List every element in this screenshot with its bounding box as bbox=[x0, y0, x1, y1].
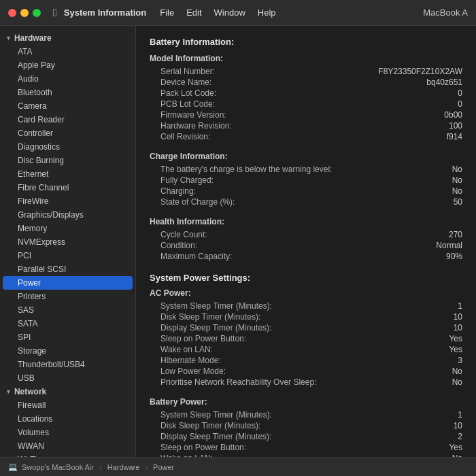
sidebar-item-graphics-displays[interactable]: Graphics/Displays bbox=[0, 208, 135, 222]
row-value: No bbox=[452, 175, 462, 185]
sidebar: ▼ Hardware ATA Apple Pay Audio Bluetooth… bbox=[0, 26, 136, 457]
sidebar-item-ata[interactable]: ATA bbox=[0, 45, 135, 58]
row-value: 0 bbox=[458, 88, 462, 98]
row-value: No bbox=[452, 186, 462, 196]
row-label: Display Sleep Timer (Minutes): bbox=[160, 323, 271, 333]
row-label: Disk Sleep Timer (Minutes): bbox=[160, 421, 260, 430]
ac-group-title: AC Power: bbox=[150, 288, 462, 298]
sidebar-item-bluetooth[interactable]: Bluetooth bbox=[0, 86, 135, 99]
row-value: Normal bbox=[436, 241, 462, 250]
row-label: Device Name: bbox=[160, 78, 211, 87]
row-label: Pack Lot Code: bbox=[160, 88, 216, 98]
model-group: Model Information: Serial Number:F8Y2335… bbox=[150, 54, 462, 142]
sidebar-item-firewall[interactable]: Firewall bbox=[0, 398, 135, 412]
sidebar-item-sata[interactable]: SATA bbox=[0, 317, 135, 330]
charge-group-title: Charge Information: bbox=[150, 152, 462, 161]
row-label: Charging: bbox=[160, 186, 196, 196]
battery-power-group-title: Battery Power: bbox=[150, 397, 462, 407]
row-label: Cell Revision: bbox=[160, 132, 210, 141]
row-value: No bbox=[452, 165, 462, 174]
row-label: Sleep on Power Button: bbox=[160, 334, 246, 343]
row-value: 10 bbox=[454, 312, 462, 322]
row-value: 0b00 bbox=[444, 110, 462, 120]
table-row: Display Sleep Timer (Minutes):2 bbox=[150, 431, 462, 442]
content-area: Battery Information: Model Information: … bbox=[136, 26, 476, 457]
ac-group: AC Power: System Sleep Timer (Minutes):1… bbox=[150, 288, 462, 388]
sidebar-item-apple-pay[interactable]: Apple Pay bbox=[0, 58, 135, 72]
maximize-button[interactable] bbox=[33, 9, 41, 17]
table-row: Condition:Normal bbox=[150, 240, 462, 251]
row-value: Yes bbox=[449, 443, 462, 452]
sidebar-item-power[interactable]: Power bbox=[3, 276, 133, 290]
sidebar-item-spi[interactable]: SPI bbox=[0, 330, 135, 344]
row-value: 90% bbox=[446, 252, 462, 261]
sidebar-item-parallel-scsi[interactable]: Parallel SCSI bbox=[0, 262, 135, 276]
sidebar-item-wifi[interactable]: Wi-Fi bbox=[0, 453, 135, 457]
laptop-icon: 💻 bbox=[8, 462, 18, 471]
sidebar-item-diagnostics[interactable]: Diagnostics bbox=[0, 140, 135, 154]
table-row: Prioritise Network Reachability Over Sle… bbox=[150, 377, 462, 388]
row-label: Hibernate Mode: bbox=[160, 356, 221, 365]
sidebar-item-ethernet[interactable]: Ethernet bbox=[0, 167, 135, 181]
row-label: Prioritise Network Reachability Over Sle… bbox=[160, 377, 316, 387]
table-row: Maximum Capacity:90% bbox=[150, 251, 462, 262]
sidebar-item-locations[interactable]: Locations bbox=[0, 412, 135, 426]
chevron-hardware-icon: ▼ bbox=[5, 35, 12, 41]
breadcrumb-item-3: Power bbox=[153, 463, 174, 471]
sidebar-item-nvmexpress[interactable]: NVMExpress bbox=[0, 235, 135, 249]
row-label: Hardware Revision: bbox=[160, 121, 232, 131]
row-value: No bbox=[452, 454, 462, 457]
charge-group: Charge Information: The battery's charge… bbox=[150, 152, 462, 207]
sidebar-item-volumes[interactable]: Volumes bbox=[0, 426, 135, 439]
breadcrumb-sep-2: › bbox=[145, 463, 148, 471]
row-label: System Sleep Timer (Minutes): bbox=[160, 410, 272, 420]
menu-help[interactable]: Help bbox=[258, 7, 276, 18]
menu-bar: File Edit Window Help bbox=[160, 7, 275, 18]
menu-window[interactable]: Window bbox=[214, 7, 245, 18]
row-label: Fully Charged: bbox=[160, 175, 214, 185]
sidebar-item-memory[interactable]: Memory bbox=[0, 222, 135, 235]
menu-file[interactable]: File bbox=[160, 7, 174, 18]
row-label: PCB Lot Code: bbox=[160, 99, 215, 109]
menu-edit[interactable]: Edit bbox=[186, 7, 201, 18]
sidebar-item-camera[interactable]: Camera bbox=[0, 99, 135, 113]
row-value: No bbox=[452, 377, 462, 387]
sidebar-item-storage[interactable]: Storage bbox=[0, 344, 135, 358]
battery-power-group: Battery Power: System Sleep Timer (Minut… bbox=[150, 397, 462, 457]
row-label: Display Sleep Timer (Minutes): bbox=[160, 432, 271, 441]
sidebar-item-firewire[interactable]: FireWire bbox=[0, 194, 135, 208]
sidebar-item-sas[interactable]: SAS bbox=[0, 303, 135, 317]
row-value: 0 bbox=[458, 99, 462, 109]
minimize-button[interactable] bbox=[20, 9, 29, 17]
sidebar-item-disc-burning[interactable]: Disc Burning bbox=[0, 154, 135, 167]
sidebar-item-thunderbolt[interactable]: Thunderbolt/USB4 bbox=[0, 358, 135, 371]
sidebar-item-printers[interactable]: Printers bbox=[0, 290, 135, 303]
row-value: 50 bbox=[454, 197, 462, 207]
row-value: f914 bbox=[447, 132, 462, 141]
table-row: Firmware Version:0b00 bbox=[150, 109, 462, 120]
table-row: The battery's charge is below the warnin… bbox=[150, 164, 462, 175]
sidebar-item-fibre-channel[interactable]: Fibre Channel bbox=[0, 181, 135, 194]
sidebar-section-hardware[interactable]: ▼ Hardware bbox=[0, 31, 135, 45]
sidebar-section-network[interactable]: ▼ Network bbox=[0, 385, 135, 398]
row-label: Maximum Capacity: bbox=[160, 252, 232, 261]
battery-section-title: Battery Information: bbox=[150, 37, 462, 47]
row-value: 10 bbox=[454, 323, 462, 333]
row-value: Yes bbox=[449, 334, 462, 343]
sidebar-item-card-reader[interactable]: Card Reader bbox=[0, 113, 135, 126]
sidebar-item-usb[interactable]: USB bbox=[0, 371, 135, 385]
row-value: 100 bbox=[449, 121, 462, 131]
row-label: Sleep on Power Button: bbox=[160, 443, 246, 452]
row-value: 2 bbox=[458, 432, 462, 441]
sidebar-item-audio[interactable]: Audio bbox=[0, 72, 135, 86]
close-button[interactable] bbox=[8, 9, 16, 17]
sidebar-item-pci[interactable]: PCI bbox=[0, 249, 135, 262]
health-group-title: Health Information: bbox=[150, 217, 462, 226]
row-value: 1 bbox=[458, 410, 462, 420]
table-row: System Sleep Timer (Minutes):1 bbox=[150, 409, 462, 420]
main-layout: ▼ Hardware ATA Apple Pay Audio Bluetooth… bbox=[0, 26, 476, 457]
sidebar-item-controller[interactable]: Controller bbox=[0, 126, 135, 140]
sidebar-item-wwan[interactable]: WWAN bbox=[0, 439, 135, 453]
breadcrumb-sep-1: › bbox=[99, 463, 102, 471]
row-label: Serial Number: bbox=[160, 67, 215, 76]
